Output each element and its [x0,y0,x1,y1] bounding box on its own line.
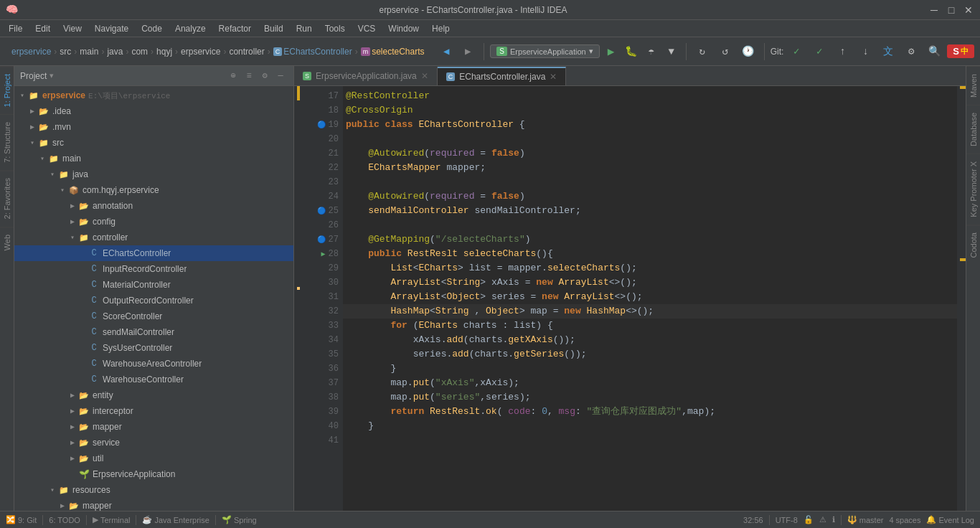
coverage-button[interactable]: ☂ [643,43,660,60]
tree-root[interactable]: ▾ 📁 erpservice E:\项目\erpservice [14,88,293,103]
tree-mvn[interactable]: ▶ 📂 .mvn [14,119,293,135]
tree-package[interactable]: ▾ 📦 com.hqyj.erpservice [14,182,293,198]
menu-refactor[interactable]: Refactor [213,22,257,35]
breadcrumb-hqyj[interactable]: hqyj [156,47,172,57]
tree-score[interactable]: C ScoreController [14,308,293,324]
key-promoter-tab[interactable]: Key Promoter X [966,154,980,225]
menu-run[interactable]: Run [291,22,318,35]
tree-idea[interactable]: ▶ 📂 .idea [14,103,293,119]
code-editor[interactable]: @RestController @CrossOrigin public clas… [343,86,957,511]
menu-build[interactable]: Build [258,22,289,35]
close-button[interactable]: ✕ [963,4,974,16]
maven-panel-tab[interactable]: Maven [966,66,980,105]
tree-entity[interactable]: ▶ 📂 entity [14,387,293,403]
tree-annotation[interactable]: ▶ 📂 annotation [14,198,293,214]
tree-interceptor[interactable]: ▶ 📂 interceptor [14,403,293,419]
settings-button[interactable]: ⚙ [901,42,921,62]
spring-item[interactable]: 🌱 Spring [222,515,257,524]
translate-button[interactable]: 文 [878,42,898,62]
more-run-button[interactable]: ▼ [663,43,680,60]
menu-analyze[interactable]: Analyze [169,22,212,35]
tab-erpserviceapplication[interactable]: S ErpserviceApplication.java ✕ [294,67,438,85]
tree-material[interactable]: C MaterialController [14,277,293,293]
tree-outputrecord[interactable]: C OutputRecordController [14,293,293,308]
breadcrumb-controller[interactable]: controller [229,47,264,57]
breadcrumb-method[interactable]: m selecteCharts [361,46,425,57]
tree-resources[interactable]: ▾ 📁 resources [14,482,293,498]
nav-forward-button[interactable]: ▶ [458,42,478,62]
menu-view[interactable]: View [57,22,88,35]
menu-file[interactable]: File [3,22,28,35]
tree-res-mapper[interactable]: ▶ 📂 mapper [14,498,293,511]
menu-edit[interactable]: Edit [29,22,56,35]
menu-help[interactable]: Help [426,22,456,35]
git-status-item[interactable]: 🔀 9: Git [6,515,37,524]
tab-close-echarts[interactable]: ✕ [550,72,557,82]
tree-warehouse[interactable]: C WarehouseController [14,372,293,387]
tree-src[interactable]: ▾ 📁 src [14,135,293,151]
breadcrumb-echartscontroller[interactable]: C EChartsController [273,46,352,57]
tab-echartscontroller[interactable]: C EChartsController.java ✕ [438,67,567,85]
tree-warehousearea[interactable]: C WarehouseAreaController [14,356,293,372]
project-tab[interactable]: 1: Project [0,66,14,114]
tree-sendmail[interactable]: C sendMailController [14,324,293,340]
project-gear-button[interactable]: ⚙ [258,69,272,83]
breadcrumb-com[interactable]: com [131,47,148,57]
code-line-34: xAxis.add(charts.getXAxis()); [343,333,957,347]
nav-back-button[interactable]: ◀ [436,42,456,62]
cursor-position[interactable]: 32:56 [743,516,763,524]
undo-button[interactable]: ↺ [715,42,735,62]
tree-inputrecord[interactable]: C InputRecordController [14,261,293,277]
menu-vcs[interactable]: VCS [352,22,382,35]
breadcrumb-java[interactable]: java [107,47,123,57]
update-button[interactable]: ↻ [692,42,712,62]
project-settings-button[interactable]: ≡ [242,69,256,83]
debug-button[interactable]: 🐛 [623,43,640,60]
menu-tools[interactable]: Tools [319,22,351,35]
project-close-button[interactable]: — [273,69,288,83]
structure-tab[interactable]: 7: Structure [0,114,14,170]
tree-main[interactable]: ▾ 📁 main [14,151,293,166]
maximize-button[interactable]: □ [946,4,957,16]
git-push-button[interactable]: ↑ [832,42,852,62]
tree-service[interactable]: ▶ 📂 service [14,435,293,451]
tree-util[interactable]: ▶ 📂 util [14,451,293,466]
todo-item[interactable]: 6: TODO [49,516,80,524]
tree-config[interactable]: ▶ 📂 config [14,214,293,230]
menu-navigate[interactable]: Navigate [89,22,134,35]
breadcrumb-main[interactable]: main [80,47,98,57]
codota-tab[interactable]: Codota [966,225,980,265]
web-tab[interactable]: Web [0,227,14,258]
tab-close-erpservice[interactable]: ✕ [421,71,428,81]
project-panel: Project ▾ ⊕ ≡ ⚙ — ▾ 📁 erpservice E:\项目\e… [14,66,294,511]
menu-code[interactable]: Code [136,22,168,35]
tree-echartscontroller[interactable]: C EChartsController [14,245,293,261]
tree-sysuser[interactable]: C SysUserController [14,340,293,356]
breadcrumb-src[interactable]: src [60,47,71,57]
tree-mapper[interactable]: ▶ 📂 mapper [14,419,293,435]
branch-item[interactable]: 🔱 master [847,515,884,524]
terminal-item[interactable]: ▶ Terminal [93,515,131,524]
run-config-selector[interactable]: S ErpserviceApplication ▾ [490,44,599,58]
search-toolbar-button[interactable]: 🔍 [924,42,944,62]
run-button[interactable]: ▶ [603,43,620,60]
project-add-button[interactable]: ⊕ [226,69,240,83]
tree-java[interactable]: ▾ 📁 java [14,166,293,182]
tree-erpapp[interactable]: 🌱 ErpserviceApplication [14,466,293,482]
favorites-tab[interactable]: 2: Favorites [0,170,14,226]
database-panel-tab[interactable]: Database [966,105,980,154]
encoding-item[interactable]: UTF-8 [776,516,798,524]
event-log-item[interactable]: 🔔 Event Log [926,515,974,524]
spaces-item[interactable]: 4 spaces [889,516,920,524]
git-pull-button[interactable]: ↓ [855,42,875,62]
git-check-button[interactable]: ✓ [786,42,806,62]
breadcrumb-erpservice2[interactable]: erpservice [181,47,220,57]
breadcrumb-erpservice[interactable]: erpservice [11,47,51,57]
java-enterprise-item[interactable]: ☕ Java Enterprise [142,515,209,524]
git-check2-button[interactable]: ✓ [809,42,829,62]
menu-window[interactable]: Window [382,22,425,35]
clock-button[interactable]: 🕐 [738,42,758,62]
tree-controller[interactable]: ▾ 📁 controller [14,230,293,245]
code-line-22: EChartsMapper mapper; [343,161,957,175]
minimize-button[interactable]: ─ [928,4,940,16]
